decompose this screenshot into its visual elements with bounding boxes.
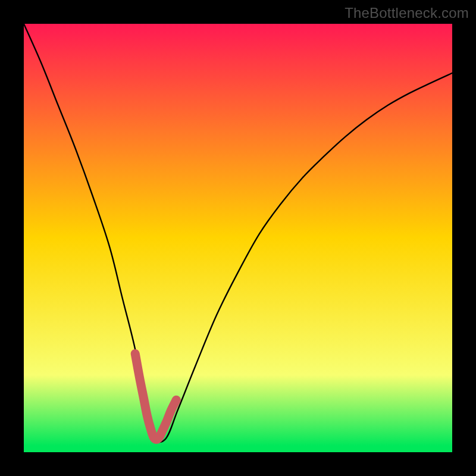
bottleneck-curve (24, 24, 452, 442)
chart-frame: TheBottleneck.com (0, 0, 476, 476)
curve-layer (24, 24, 452, 452)
sweet-spot-marker (135, 353, 176, 439)
plot-area (24, 24, 452, 452)
watermark-text: TheBottleneck.com (345, 5, 469, 21)
